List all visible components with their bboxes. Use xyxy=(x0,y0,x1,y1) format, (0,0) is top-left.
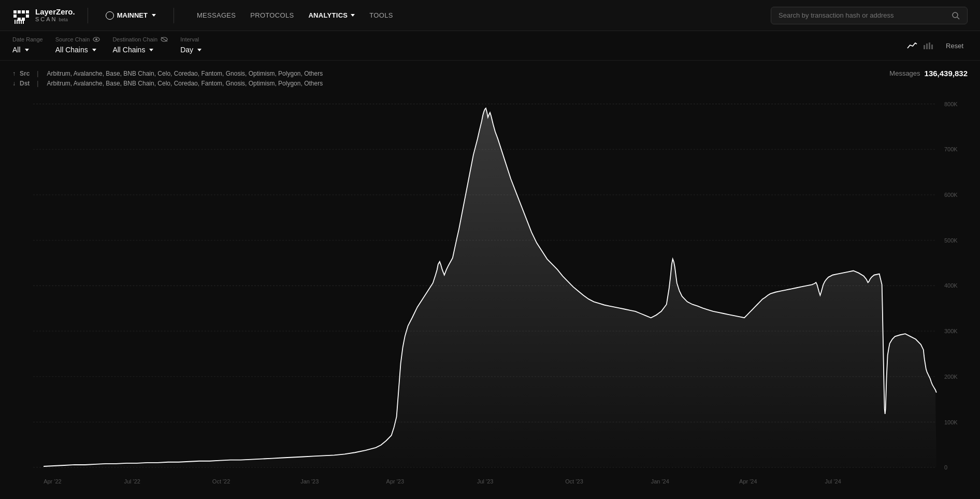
svg-text:300K: 300K xyxy=(944,328,958,334)
svg-text:100K: 100K xyxy=(944,419,958,425)
date-range-label: Date Range xyxy=(12,36,43,42)
svg-text:Oct '23: Oct '23 xyxy=(565,478,583,484)
destination-eye-icon xyxy=(161,37,168,42)
bar-chart-icon[interactable] xyxy=(922,41,933,50)
legend-src-row: ↑ Src | Arbitrum, Avalanche, Base, BNB C… xyxy=(12,70,323,77)
header: LayerZero. scan beta MAINNET MESSAGES PR… xyxy=(0,0,980,31)
dst-arrow: ↓ xyxy=(12,80,16,87)
svg-text:Jan '24: Jan '24 xyxy=(651,478,669,484)
main-chart: 800K 700K 600K 500K 400K 300K 200K 100K … xyxy=(12,93,968,499)
date-range-value: All xyxy=(12,46,21,54)
svg-text:800K: 800K xyxy=(944,101,958,107)
destination-chain-select[interactable]: All Chains xyxy=(112,45,168,55)
svg-text:400K: 400K xyxy=(944,282,958,289)
filters-bar: Date Range All Source Chain All Chains D… xyxy=(0,31,980,61)
svg-rect-21 xyxy=(929,42,930,49)
analytics-chevron xyxy=(351,14,355,17)
network-chevron xyxy=(152,14,156,17)
svg-text:Jan '23: Jan '23 xyxy=(300,478,319,484)
svg-rect-20 xyxy=(926,44,928,49)
interval-label: Interval xyxy=(180,36,201,42)
svg-rect-1 xyxy=(18,10,21,13)
source-chain-value: All Chains xyxy=(55,46,88,54)
source-chain-label: Source Chain xyxy=(55,36,90,42)
line-chart-icon[interactable] xyxy=(906,41,918,50)
interval-filter: Interval Day xyxy=(180,36,201,55)
filters-right: Reset xyxy=(906,40,968,52)
date-range-chevron xyxy=(25,49,29,51)
svg-rect-8 xyxy=(15,20,16,24)
nav-protocols[interactable]: PROTOCOLS xyxy=(244,8,300,22)
search-icon xyxy=(952,11,960,20)
nav-links: MESSAGES PROTOCOLS ANALYTICS TOOLS xyxy=(191,8,762,22)
svg-text:500K: 500K xyxy=(944,237,958,244)
nav-divider-2 xyxy=(174,8,174,23)
destination-chain-label: Destination Chain xyxy=(112,36,157,42)
svg-rect-3 xyxy=(26,10,29,13)
svg-text:Apr '22: Apr '22 xyxy=(44,478,62,484)
svg-rect-4 xyxy=(13,15,17,18)
logo-beta: beta xyxy=(59,18,68,23)
interval-value: Day xyxy=(180,46,193,54)
svg-rect-19 xyxy=(924,45,925,49)
nav-divider-1 xyxy=(88,8,88,23)
svg-rect-7 xyxy=(26,15,29,18)
svg-rect-11 xyxy=(21,20,22,24)
search-input[interactable] xyxy=(779,11,947,19)
logo-title: LayerZero. xyxy=(35,8,75,17)
messages-label: Messages xyxy=(889,69,920,77)
source-eye-icon xyxy=(93,37,100,42)
logo: LayerZero. scan beta xyxy=(12,6,75,25)
src-label: Src xyxy=(20,70,30,77)
svg-text:Oct '22: Oct '22 xyxy=(212,478,230,484)
svg-text:Jul '23: Jul '23 xyxy=(477,478,493,484)
svg-line-14 xyxy=(957,17,959,19)
dst-label: Dst xyxy=(20,80,30,87)
destination-chain-filter: Destination Chain All Chains xyxy=(112,36,168,55)
svg-point-16 xyxy=(95,38,97,40)
svg-rect-22 xyxy=(931,45,933,49)
logo-text: LayerZero. scan beta xyxy=(35,8,75,23)
svg-text:0: 0 xyxy=(944,464,947,471)
nav-messages[interactable]: MESSAGES xyxy=(191,8,242,22)
svg-rect-2 xyxy=(22,10,25,13)
reset-button[interactable]: Reset xyxy=(942,40,968,52)
messages-counter: Messages 136,439,832 xyxy=(889,69,968,78)
source-chain-select[interactable]: All Chains xyxy=(55,45,100,55)
svg-text:600K: 600K xyxy=(944,192,958,198)
src-chains: Arbitrum, Avalanche, Base, BNB Chain, Ce… xyxy=(47,70,323,77)
date-range-select[interactable]: All xyxy=(12,45,43,55)
legend-dst-row: ↓ Dst | Arbitrum, Avalanche, Base, BNB C… xyxy=(12,80,968,87)
date-range-filter: Date Range All xyxy=(12,36,43,55)
interval-chevron xyxy=(197,49,201,51)
svg-rect-12 xyxy=(23,20,24,24)
dst-chains: Arbitrum, Avalanche, Base, BNB Chain, Ce… xyxy=(47,80,323,87)
chart-area: ↑ Src | Arbitrum, Avalanche, Base, BNB C… xyxy=(0,61,980,499)
svg-rect-0 xyxy=(13,10,17,13)
view-icons xyxy=(906,41,933,50)
chart-legend: ↑ Src | Arbitrum, Avalanche, Base, BNB C… xyxy=(12,69,968,87)
destination-chain-chevron xyxy=(149,49,153,51)
search-bar[interactable] xyxy=(771,7,968,24)
interval-select[interactable]: Day xyxy=(180,45,201,55)
nav-tools[interactable]: TOOLS xyxy=(363,8,399,22)
network-label: MAINNET xyxy=(117,11,148,19)
network-selector[interactable]: MAINNET xyxy=(100,8,161,23)
source-chain-chevron xyxy=(92,49,96,51)
svg-text:Apr '24: Apr '24 xyxy=(739,478,757,484)
src-arrow: ↑ xyxy=(12,70,16,77)
logo-icon xyxy=(12,6,31,25)
chart-container: 800K 700K 600K 500K 400K 300K 200K 100K … xyxy=(12,93,968,499)
globe-icon xyxy=(106,11,114,20)
svg-text:Apr '23: Apr '23 xyxy=(386,478,405,484)
svg-rect-10 xyxy=(19,20,20,24)
source-chain-filter: Source Chain All Chains xyxy=(55,36,100,55)
logo-sub: scan xyxy=(35,16,57,22)
svg-point-13 xyxy=(953,12,958,18)
svg-text:Jul '22: Jul '22 xyxy=(124,478,140,484)
nav-analytics[interactable]: ANALYTICS xyxy=(302,8,361,22)
svg-text:700K: 700K xyxy=(944,146,958,152)
destination-chain-value: All Chains xyxy=(112,46,145,54)
svg-text:200K: 200K xyxy=(944,374,958,380)
svg-rect-9 xyxy=(17,20,18,24)
